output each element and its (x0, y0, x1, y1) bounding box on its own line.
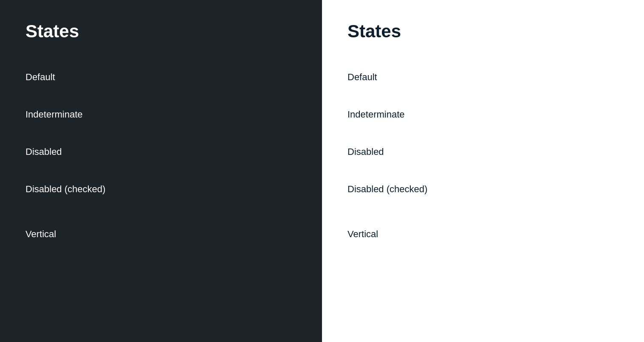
state-row-vertical-dark: Vertical (25, 208, 297, 261)
default-thumb-light (585, 69, 601, 85)
disabled-toggle-dark (263, 143, 297, 161)
default-label-light: Default (347, 72, 377, 83)
dark-panel-title: States (25, 21, 297, 42)
indeterminate-label-dark: Indeterminate (25, 109, 83, 120)
disabled-checked-label-dark: Disabled (checked) (25, 184, 105, 195)
indeterminate-toggle-container-light (568, 105, 619, 124)
disabled-toggle-container-light (568, 143, 619, 161)
indeterminate-toggle-dark[interactable] (263, 105, 297, 124)
default-thumb-dark (263, 69, 279, 85)
default-toggle-container-light (568, 68, 619, 87)
vertical-toggle-light[interactable] (600, 217, 619, 251)
state-row-default-light: Default (347, 59, 619, 96)
disabled-toggle-container-dark (246, 143, 297, 161)
disabled-checked-thumb-light (585, 181, 601, 197)
indeterminate-label-light: Indeterminate (347, 109, 405, 120)
state-row-disabled-light: Disabled (347, 133, 619, 171)
disabled-label-light: Disabled (347, 146, 384, 157)
disabled-checked-label-light: Disabled (checked) (347, 184, 427, 195)
state-row-disabled-checked-light: Disabled (checked) (347, 171, 619, 208)
default-toggle-container-dark (246, 68, 297, 87)
indeterminate-thumb-light (585, 107, 601, 123)
vertical-thumb-dark (279, 217, 295, 233)
state-row-indeterminate-dark: Indeterminate (25, 96, 297, 133)
disabled-thumb-light (585, 144, 601, 160)
state-row-disabled-checked-dark: Disabled (checked) (25, 171, 297, 208)
default-label-dark: Default (25, 72, 55, 83)
disabled-checked-toggle-dark (263, 180, 297, 199)
default-toggle-light[interactable] (585, 68, 619, 87)
disabled-checked-thumb-dark (263, 181, 279, 197)
disabled-thumb-dark (263, 144, 279, 160)
dark-panel: States Default Indeterminate Disabled (0, 0, 322, 342)
vertical-toggle-container-dark (246, 217, 297, 251)
disabled-checked-toggle-container-light (568, 180, 619, 199)
vertical-toggle-dark[interactable] (278, 217, 297, 251)
state-row-disabled-dark: Disabled (25, 133, 297, 171)
default-toggle-dark[interactable] (263, 68, 297, 87)
indeterminate-toggle-light[interactable] (585, 105, 619, 124)
state-row-vertical-light: Vertical (347, 208, 619, 261)
vertical-label-dark: Vertical (25, 229, 56, 240)
state-row-default-dark: Default (25, 59, 297, 96)
disabled-label-dark: Disabled (25, 146, 62, 157)
vertical-label-light: Vertical (347, 229, 378, 240)
vertical-thumb-light (601, 217, 617, 233)
light-panel: States Default Indeterminate Disabled (322, 0, 644, 342)
state-row-indeterminate-light: Indeterminate (347, 96, 619, 133)
vertical-toggle-container-light (568, 217, 619, 251)
light-panel-title: States (347, 21, 619, 42)
disabled-toggle-light (585, 143, 619, 161)
disabled-checked-toggle-light (585, 180, 619, 199)
indeterminate-thumb-dark (263, 107, 279, 123)
disabled-checked-toggle-container-dark (246, 180, 297, 199)
indeterminate-toggle-container-dark (246, 105, 297, 124)
